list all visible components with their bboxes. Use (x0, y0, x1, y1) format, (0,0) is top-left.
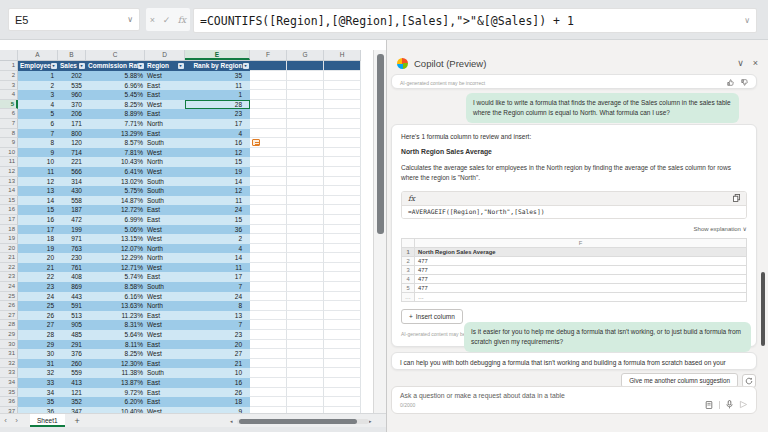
cell[interactable]: 7.81% (86, 148, 145, 158)
cell[interactable]: 21 (185, 359, 250, 369)
cell[interactable]: 960 (58, 90, 86, 100)
cell[interactable] (250, 109, 287, 119)
row-header-2[interactable]: 2 (0, 71, 18, 81)
cell[interactable] (324, 397, 361, 407)
cell[interactable] (250, 349, 287, 359)
row-header-31[interactable]: 31 (0, 349, 18, 359)
cell[interactable] (324, 320, 361, 330)
cell[interactable]: 352 (58, 397, 86, 407)
row-header-27[interactable]: 27 (0, 311, 18, 321)
cell[interactable]: 26 (185, 388, 250, 398)
cell[interactable] (324, 129, 361, 139)
vertical-scrollbar[interactable] (373, 50, 386, 413)
cell[interactable]: East (145, 129, 185, 139)
cell[interactable]: 12 (18, 177, 58, 187)
cell[interactable]: 591 (58, 301, 86, 311)
cell[interactable] (324, 205, 361, 215)
cell[interactable]: West (145, 100, 185, 110)
cell[interactable]: 19 (18, 244, 58, 254)
cell[interactable] (250, 186, 287, 196)
cell[interactable]: 230 (58, 253, 86, 263)
cell[interactable]: North (145, 253, 185, 263)
chat-input[interactable]: Ask a question or make a request about d… (391, 386, 757, 414)
cell[interactable]: 558 (58, 196, 86, 206)
sheet-grid[interactable]: 1Employee ID▾Sales▾Commission Rate▾Regio… (0, 61, 373, 413)
show-explanation-link[interactable]: Show explanation ∨ (401, 225, 747, 232)
cell[interactable]: 5.88% (86, 71, 145, 81)
cell[interactable] (287, 205, 324, 215)
cell[interactable] (250, 148, 287, 158)
cell[interactable] (250, 282, 287, 292)
cell[interactable] (250, 205, 287, 215)
cell[interactable]: 16 (185, 138, 250, 148)
cell[interactable]: 413 (58, 378, 86, 388)
cell[interactable] (287, 263, 324, 273)
cell[interactable]: 221 (58, 157, 86, 167)
cell[interactable]: 18 (185, 397, 250, 407)
cell[interactable] (287, 225, 324, 235)
cell[interactable]: 763 (58, 244, 86, 254)
row-header-19[interactable]: 19 (0, 234, 18, 244)
cell[interactable]: 6 (18, 119, 58, 129)
cell[interactable]: West (145, 320, 185, 330)
row-header-9[interactable]: 9 (0, 138, 18, 148)
row-header-5[interactable]: 5 (0, 100, 18, 110)
row-header-26[interactable]: 26 (0, 301, 18, 311)
cell[interactable] (250, 311, 287, 321)
cell[interactable]: West (145, 167, 185, 177)
scroll-left-icon[interactable]: ◂ (230, 418, 237, 424)
cell[interactable] (250, 167, 287, 177)
cell[interactable]: 11 (185, 81, 250, 91)
cell[interactable] (324, 61, 361, 71)
cell[interactable]: East (145, 397, 185, 407)
cell[interactable]: 30 (18, 349, 58, 359)
cell[interactable]: 12.72% (86, 205, 145, 215)
cell[interactable]: East (145, 388, 185, 398)
cell[interactable]: West (145, 263, 185, 273)
cell[interactable] (324, 349, 361, 359)
cell[interactable] (287, 282, 324, 292)
cell[interactable]: 32 (18, 368, 58, 378)
cell[interactable]: 171 (58, 119, 86, 129)
row-header-14[interactable]: 14 (0, 186, 18, 196)
cell[interactable]: 7.71% (86, 119, 145, 129)
horizontal-scrollbar-track[interactable] (237, 419, 369, 424)
cell[interactable] (287, 71, 324, 81)
cell[interactable]: 12.29% (86, 253, 145, 263)
cell[interactable]: 8.11% (86, 340, 145, 350)
cell[interactable] (324, 330, 361, 340)
cell[interactable]: 34 (18, 388, 58, 398)
prev-sheet-icon[interactable]: ‹ (0, 416, 11, 425)
row-header-30[interactable]: 30 (0, 340, 18, 350)
cell[interactable]: 17 (185, 272, 250, 282)
thumbs-up-icon[interactable] (727, 79, 734, 86)
cell[interactable]: East (145, 215, 185, 225)
cell[interactable]: 5.64% (86, 330, 145, 340)
cell[interactable]: 6.41% (86, 167, 145, 177)
cell[interactable] (287, 215, 324, 225)
cell[interactable]: 7 (185, 282, 250, 292)
cell[interactable] (324, 388, 361, 398)
cell[interactable]: 11 (185, 196, 250, 206)
cell[interactable]: East (145, 205, 185, 215)
cell[interactable]: 25 (18, 301, 58, 311)
cell[interactable] (324, 81, 361, 91)
cell[interactable]: 14 (185, 177, 250, 187)
cell[interactable] (250, 81, 287, 91)
cell[interactable]: 8.31% (86, 320, 145, 330)
add-sheet-icon[interactable]: + (75, 416, 80, 426)
sheet-tab-sheet1[interactable]: Sheet1 (30, 414, 65, 427)
cell[interactable]: 971 (58, 234, 86, 244)
cell[interactable] (250, 61, 287, 71)
cell[interactable]: 14 (18, 196, 58, 206)
column-header-F[interactable]: F (250, 50, 287, 60)
cell[interactable] (324, 263, 361, 273)
cell[interactable]: 29 (18, 340, 58, 350)
cell[interactable] (250, 157, 287, 167)
panel-scrollbar-thumb[interactable] (761, 272, 765, 346)
cell[interactable]: South (145, 368, 185, 378)
cell[interactable] (287, 301, 324, 311)
cell[interactable]: 4 (18, 100, 58, 110)
cell[interactable]: 27 (185, 349, 250, 359)
cell[interactable]: North (145, 157, 185, 167)
